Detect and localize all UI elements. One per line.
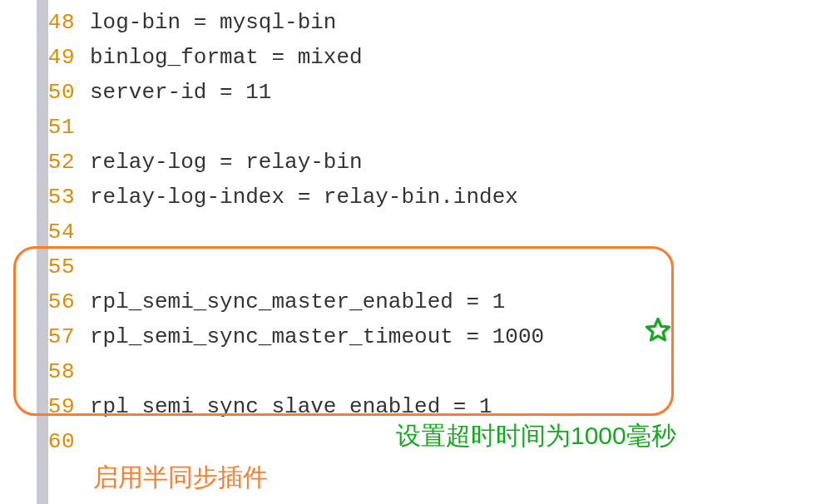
- line-number: 51: [0, 110, 90, 145]
- code-line: 57 rpl_semi_sync_master_timeout = 1000: [0, 319, 826, 354]
- line-number: 54: [0, 215, 90, 250]
- code-line: 58: [0, 354, 826, 389]
- line-number: 57: [0, 319, 90, 354]
- code-text: server-id = 11: [90, 75, 271, 110]
- line-number: 52: [0, 145, 90, 180]
- code-line: 48 log-bin = mysql-bin: [0, 5, 826, 40]
- star-icon: [644, 316, 672, 344]
- line-number: 58: [0, 354, 90, 389]
- code-text: rpl_semi_sync_master_timeout = 1000: [90, 319, 544, 354]
- line-number: 55: [0, 250, 90, 284]
- line-number: 53: [0, 180, 90, 215]
- code-line: 54: [0, 215, 826, 250]
- line-number: 59: [0, 389, 90, 424]
- code-text: rpl_semi_sync_master_enabled = 1: [90, 284, 505, 319]
- code-line: 52 relay-log = relay-bin: [0, 145, 826, 180]
- code-line: 53 relay-log-index = relay-bin.index: [0, 180, 826, 215]
- code-text: relay-log-index = relay-bin.index: [90, 180, 518, 215]
- code-text: relay-log = relay-bin: [90, 145, 363, 180]
- code-text: binlog_format = mixed: [90, 40, 363, 75]
- code-line: 50 server-id = 11: [0, 75, 826, 110]
- code-editor: 48 log-bin = mysql-bin 49 binlog_format …: [0, 0, 826, 459]
- line-number: 56: [0, 284, 90, 319]
- annotation-timeout: 设置超时时间为1000毫秒: [396, 419, 676, 453]
- annotation-enable-plugin: 启用半同步插件: [93, 461, 268, 495]
- line-number: 60: [0, 424, 90, 459]
- line-number: 49: [0, 40, 90, 75]
- code-line: 51: [0, 110, 826, 145]
- line-number: 48: [0, 5, 90, 40]
- code-line: 49 binlog_format = mixed: [0, 40, 826, 75]
- code-line: 55: [0, 250, 826, 284]
- code-text: log-bin = mysql-bin: [90, 5, 336, 40]
- line-number: 50: [0, 75, 90, 110]
- code-line: 56 rpl_semi_sync_master_enabled = 1: [0, 284, 826, 319]
